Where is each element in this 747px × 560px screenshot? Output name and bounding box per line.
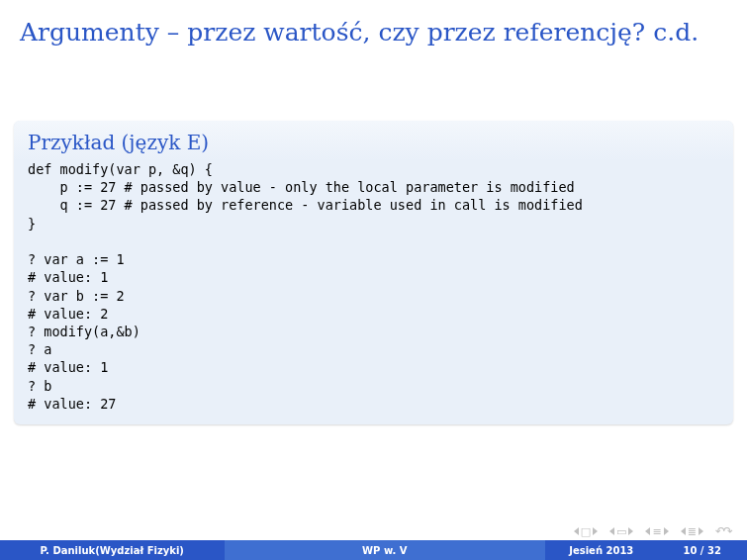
footer-page: 10 / 32: [657, 540, 747, 560]
nav-frame-icon: □: [580, 526, 592, 537]
nav-frame[interactable]: □: [574, 526, 598, 537]
footer-bar: P. Daniluk(Wydział Fizyki) WP w. V Jesie…: [0, 540, 747, 560]
nav-prev-icon: [681, 527, 686, 535]
nav-sheet-icon: ▭: [615, 526, 627, 537]
slide-title: Argumenty – przez wartość, czy przez ref…: [20, 18, 727, 47]
code-listing: def modify(var p, &q) { p := 27 # passed…: [14, 160, 733, 413]
footer-date: Jesień 2013: [545, 540, 657, 560]
nav-subsection-icon: ≣: [687, 526, 698, 537]
nav-sheet[interactable]: ▭: [609, 526, 633, 537]
nav-prev-icon: [645, 527, 650, 535]
nav-next-icon: [699, 527, 703, 535]
nav-prev-icon: [609, 527, 614, 535]
nav-prev-icon: [574, 527, 579, 535]
nav-section[interactable]: ≡: [645, 526, 668, 537]
nav-next-icon: [593, 527, 598, 535]
nav-next-icon: [664, 527, 669, 535]
block-title: Przykład (język E): [14, 121, 733, 160]
nav-subsection[interactable]: ≣: [681, 526, 703, 537]
footer-author: P. Daniluk(Wydział Fizyki): [0, 540, 225, 560]
nav-next-icon: [628, 527, 633, 535]
nav-section-icon: ≡: [651, 526, 662, 537]
beamer-nav: □ ▭ ≡ ≣ ↶↷: [574, 524, 731, 538]
footer-title: WP w. V: [225, 540, 546, 560]
example-block: Przykład (język E) def modify(var p, &q)…: [14, 121, 733, 424]
nav-redo-icon[interactable]: ↶↷: [715, 524, 731, 538]
slide: Argumenty – przez wartość, czy przez ref…: [0, 0, 747, 560]
